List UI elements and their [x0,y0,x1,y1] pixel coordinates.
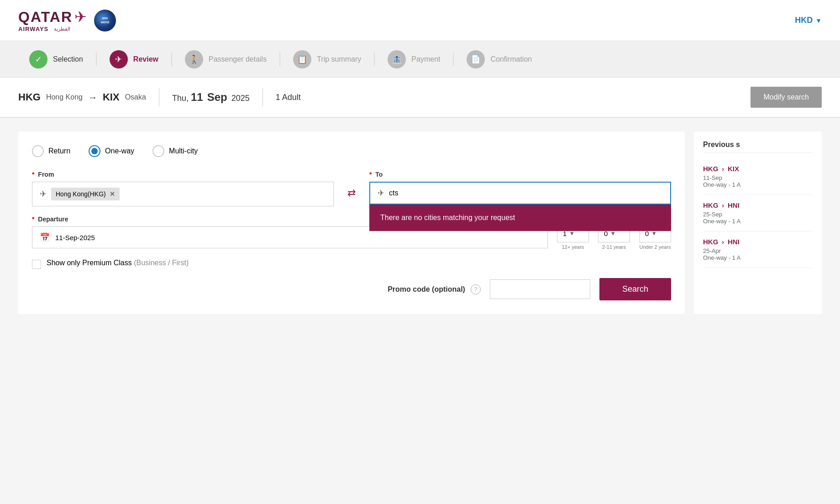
swap-button[interactable]: ⇄ [343,187,360,199]
step-trip-summary[interactable]: 📋 Trip summary [282,50,372,68]
prev-date-1: 11-Sep [703,174,813,181]
step-review[interactable]: ✈ Review [99,50,169,68]
step-label-confirmation: Confirmation [490,55,532,63]
prev-search-item-3[interactable]: HKG › HNI 25-Apr One-way - 1 A [703,231,813,268]
no-match-message: There are no cities matching your reques… [380,214,515,221]
step-confirmation[interactable]: 📄 Confirmation [456,50,543,68]
from-required: * [32,171,34,178]
step-icon-payment: 🏦 [388,50,406,68]
arabic-text: القطرية [54,26,70,32]
prev-route-3: HKG › HNI [703,238,813,246]
header: QATAR ✈ AIRWAYS القطرية oneworld HKD ▼ [0,0,840,41]
calendar-icon: 📅 [40,232,50,242]
no-match-dropdown: There are no cities matching your reques… [369,205,671,231]
return-radio[interactable] [32,145,44,157]
return-option[interactable]: Return [32,145,70,157]
multicity-label: Multi-city [169,147,198,155]
child-sublabel: 2-11 years [598,244,630,250]
prev-route-2: HKG › HNI [703,201,813,209]
step-icon-trip-summary: 📋 [293,50,311,68]
to-label: * To [369,171,671,178]
premium-label: Show only Premium Class (Business / Firs… [47,259,189,267]
from-field[interactable]: ✈ Hong Kong(HKG) ✕ [32,182,334,206]
step-label-payment: Payment [411,55,440,63]
date-prefix: Thu, [172,94,189,103]
prev-arrow-2: › [722,202,724,209]
return-label: Return [48,147,70,155]
step-divider-1 [96,52,97,66]
premium-checkbox[interactable] [32,260,41,269]
logo-area: QATAR ✈ AIRWAYS القطرية oneworld [18,8,116,32]
from-group: * From ✈ Hong Kong(HKG) ✕ [32,171,334,206]
route-divider-2 [262,88,263,106]
trip-type-options: Return One-way Multi-city [32,145,671,157]
airways-text: AIRWAYS [18,26,48,32]
step-divider-4 [374,52,375,66]
prev-to-1: KIX [728,165,739,173]
step-divider-5 [453,52,454,66]
prev-detail-3: One-way - 1 A [703,254,813,261]
prev-search-item-2[interactable]: HKG › HNI 25-Sep One-way - 1 A [703,195,813,231]
currency-area[interactable]: HKD ▼ [795,16,822,25]
from-tag: Hong Kong(HKG) ✕ [51,188,120,200]
route-bar: HKG Hong Kong → KIX Osaka Thu, 11 Sep 20… [0,78,840,118]
multicity-radio[interactable] [152,145,164,157]
departure-label-text: Departure [38,215,68,223]
chevron-down-icon: ▼ [815,17,822,24]
search-button[interactable]: Search [599,278,671,300]
oneworld-logo: oneworld [94,10,116,31]
to-required: * [369,171,372,178]
prev-to-2: HNI [728,201,740,209]
prev-from-2: HKG [703,201,718,209]
origin-city: Hong Kong [46,93,83,101]
prev-detail-2: One-way - 1 A [703,218,813,225]
previous-searches-panel: Previous s HKG › KIX 11-Sep One-way - 1 … [694,131,822,314]
to-group: * To ✈ There are no cities matching your… [369,171,671,205]
prev-to-3: HNI [728,238,740,246]
destination-code: KIX [103,91,120,103]
from-label-text: From [38,171,54,178]
prev-arrow-1: › [722,165,724,173]
to-input[interactable] [389,189,663,197]
from-clear-button[interactable]: ✕ [110,190,115,198]
premium-sublabel: (Business / First) [134,259,189,267]
modify-search-button[interactable]: Modify search [751,87,822,108]
from-to-row: * From ✈ Hong Kong(HKG) ✕ ⇄ * To [32,171,671,206]
prev-arrow-3: › [722,238,724,246]
promo-input[interactable] [490,279,590,299]
prev-search-item-1[interactable]: HKG › KIX 11-Sep One-way - 1 A [703,158,813,195]
date-month: Sep [207,91,227,103]
step-passenger[interactable]: 🚶 Passenger details [174,50,278,68]
route-info: HKG Hong Kong → KIX Osaka [18,91,146,103]
search-panel: Return One-way Multi-city * From [18,131,685,314]
prev-from-1: HKG [703,165,718,173]
prev-from-3: HKG [703,238,718,246]
route-passengers: 1 Adult [276,93,301,102]
dep-required: * [32,215,34,223]
passenger-count: 1 Adult [276,93,301,102]
step-selection[interactable]: ✓ Selection [18,50,94,68]
step-label-selection: Selection [53,55,83,63]
previous-searches-title: Previous s [703,141,813,153]
from-label: * From [32,171,334,178]
date-year: 2025 [231,94,250,103]
from-value: Hong Kong(HKG) [56,190,106,198]
step-label-trip-summary: Trip summary [317,55,361,63]
step-payment[interactable]: 🏦 Payment [377,50,451,68]
step-label-review: Review [133,55,158,63]
promo-help-icon[interactable]: ? [471,284,481,294]
to-field[interactable]: ✈ [369,182,671,205]
multicity-option[interactable]: Multi-city [152,145,198,157]
oneway-radio[interactable] [89,145,100,157]
to-label-text: To [375,171,383,178]
prev-route-1: HKG › KIX [703,165,813,173]
currency-selector[interactable]: HKD ▼ [795,16,822,25]
logo-text: QATAR [18,9,73,26]
promo-section: Promo code (optional) ? [388,284,481,294]
oneway-option[interactable]: One-way [89,145,134,157]
qatar-logo: QATAR ✈ AIRWAYS القطرية [18,8,87,32]
route-divider-1 [159,88,159,106]
infant-sublabel: Under 2 years [639,244,671,250]
prev-detail-1: One-way - 1 A [703,181,813,188]
promo-label: Promo code (optional) [388,285,465,294]
